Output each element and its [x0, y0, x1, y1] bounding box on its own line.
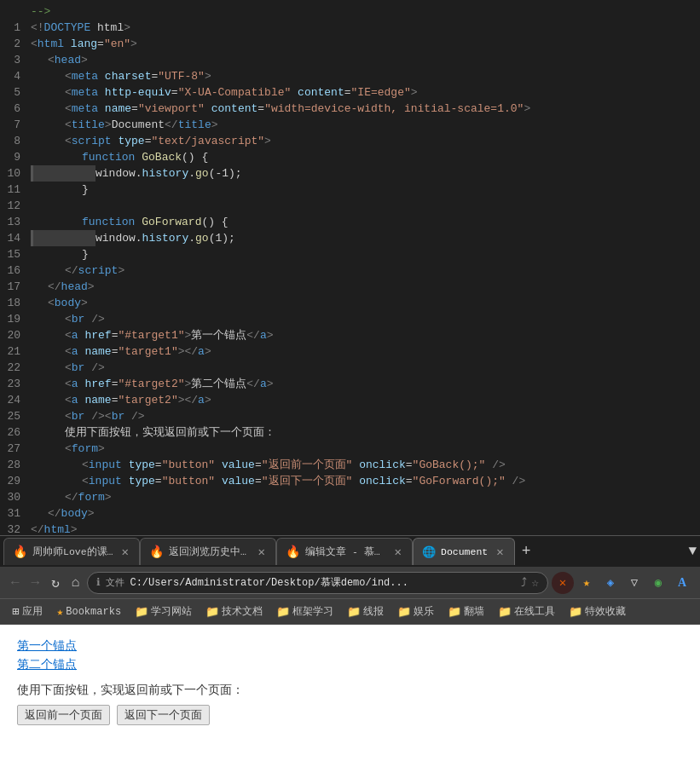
apps-grid-icon: ⊞ [12, 604, 19, 619]
code-line: 13 function GoForward() { [0, 214, 700, 230]
folder-icon: 📁 [276, 605, 290, 619]
code-line: 8 <script type="text/javascript"> [0, 133, 700, 149]
tab-label-4: Document [441, 546, 488, 557]
tab-bar: 🔥 周帅师Love的课程 ✕ 🔥 返回浏览历史中的... ✕ 🔥 编辑文章 - … [0, 536, 700, 567]
code-line: 7 <title>Document</title> [0, 117, 700, 133]
tab-close-1[interactable]: ✕ [120, 543, 130, 561]
code-line: 31 </body> [0, 505, 700, 522]
file-label: 文件 [106, 576, 124, 589]
bm-online-tools[interactable]: 📁 在线工具 [493, 603, 560, 620]
address-text: C:/Users/Administrator/Desktop/慕课demo/in… [130, 575, 515, 590]
anchor-link-2[interactable]: 第二个锚点 [17, 657, 683, 672]
address-bar[interactable]: ℹ 文件 C:/Users/Administrator/Desktop/慕课de… [87, 572, 548, 594]
bm-study[interactable]: 📁 学习网站 [130, 603, 197, 620]
tab-label-3: 编辑文章 - 慕课网 [305, 545, 386, 558]
bm-tech-docs[interactable]: 📁 技术文档 [200, 603, 268, 620]
page-buttons: 返回前一个页面 返回下一个页面 [17, 705, 683, 725]
share-icon[interactable]: ⤴ [521, 576, 527, 590]
tab-fire-icon-3: 🔥 [286, 545, 300, 559]
bm-label: 娱乐 [414, 604, 434, 619]
code-line: 2 <html lang="en"> [0, 36, 700, 52]
bm-label: 技术文档 [222, 604, 263, 619]
security-icon: ℹ [96, 576, 101, 589]
code-line: 29 <input type="button" value="返回下一个页面" … [0, 473, 700, 489]
go-forward-button[interactable]: 返回下一个页面 [117, 705, 210, 725]
bm-frameworks[interactable]: 📁 框架学习 [271, 603, 338, 620]
code-line: --> [0, 3, 700, 20]
go-back-button[interactable]: 返回前一个页面 [17, 705, 110, 725]
code-line: 27 <form> [0, 441, 700, 457]
bm-effects[interactable]: 📁 特效收藏 [564, 603, 631, 620]
tab-4[interactable]: 🌐 Document ✕ [413, 538, 515, 565]
code-line: 15 } [0, 246, 700, 262]
browser-chrome: 🔥 周帅师Love的课程 ✕ 🔥 返回浏览历史中的... ✕ 🔥 编辑文章 - … [0, 535, 700, 625]
folder-icon: 📁 [397, 605, 411, 619]
bm-bookmarks[interactable]: ★ Bookmarks [51, 603, 126, 620]
bookmark-icon[interactable]: ★ [576, 572, 598, 594]
code-line: 26 使用下面按钮，实现返回前或下一个页面： [0, 424, 700, 441]
folder-icon: 📁 [135, 605, 148, 619]
back-button[interactable]: ← [7, 572, 24, 594]
tab-close-4[interactable]: ✕ [495, 543, 505, 561]
code-line: 18 <body> [0, 295, 700, 311]
page-instruction: 使用下面按钮，实现返回前或下一个页面： [17, 683, 683, 698]
code-line: 17 </head> [0, 279, 700, 295]
code-line: 25 <br /><br /> [0, 408, 700, 424]
bm-label: 学习网站 [151, 604, 192, 619]
download-icon[interactable]: ▽ [623, 572, 645, 594]
code-line: 30 </form> [0, 489, 700, 505]
folder-icon: 📁 [347, 605, 361, 619]
bm-label: 线报 [363, 604, 384, 619]
tab-2[interactable]: 🔥 返回浏览历史中的... ✕ [140, 538, 276, 565]
bm-news[interactable]: 📁 线报 [342, 603, 389, 620]
code-line: 4 <meta charset="UTF-8"> [0, 68, 700, 84]
bm-vpn[interactable]: 📁 翻墙 [443, 603, 489, 620]
wechat-icon[interactable]: ◉ [647, 572, 669, 594]
minimize-button[interactable]: ▼ [688, 544, 697, 559]
bm-label: 框架学习 [292, 604, 333, 619]
code-line: 10 window.history.go(-1); [0, 165, 700, 182]
refresh-button[interactable]: ↻ [47, 571, 64, 595]
code-line: 9 function GoBack() { [0, 149, 700, 165]
code-line: 3 <head> [0, 52, 700, 68]
tab-label-1: 周帅师Love的课程 [32, 545, 113, 558]
tab-fire-icon-1: 🔥 [13, 545, 27, 559]
folder-icon: 📁 [205, 605, 219, 619]
folder-icon: 📁 [569, 605, 582, 619]
code-line: 1 <!DOCTYPE html> [0, 20, 700, 36]
star-icon: ★ [56, 605, 63, 619]
apps-label: 应用 [22, 604, 43, 619]
new-tab-button[interactable]: + [515, 543, 538, 560]
folder-icon: 📁 [448, 605, 461, 619]
code-line: 12 [0, 198, 700, 214]
translate-icon[interactable]: A [671, 572, 693, 594]
star-icon[interactable]: ☆ [532, 575, 539, 590]
bm-label: 翻墙 [464, 604, 484, 619]
code-line: 23 <a href="#target2">第二个锚点</a> [0, 376, 700, 392]
page-content: 第一个锚点 第二个锚点 使用下面按钮，实现返回前或下一个页面： 返回前一个页面 … [0, 625, 700, 767]
code-line: 6 <meta name="viewport" content="width=d… [0, 101, 700, 117]
tab-close-3[interactable]: ✕ [393, 543, 403, 561]
sync-icon[interactable]: ◈ [599, 572, 622, 594]
code-line: 19 <br /> [0, 311, 700, 327]
code-line: 5 <meta http-equiv="X-UA-Compatible" con… [0, 84, 700, 101]
tab-3[interactable]: 🔥 编辑文章 - 慕课网 ✕ [276, 538, 413, 565]
forward-button[interactable]: → [27, 572, 44, 594]
code-line: 24 <a name="target2"></a> [0, 392, 700, 408]
block-icon[interactable]: ✕ [552, 572, 574, 594]
bm-entertainment[interactable]: 📁 娱乐 [392, 603, 439, 620]
folder-icon: 📁 [498, 605, 512, 619]
bm-label: 在线工具 [514, 604, 555, 619]
bookmarks-bar: ⊞ 应用 ★ Bookmarks 📁 学习网站 📁 技术文档 📁 框架学习 📁 … [0, 599, 700, 625]
code-line: 28 <input type="button" value="返回前一个页面" … [0, 457, 700, 473]
tab-close-2[interactable]: ✕ [257, 543, 267, 561]
tab-label-2: 返回浏览历史中的... [169, 545, 250, 558]
anchor-link-1[interactable]: 第一个锚点 [17, 638, 683, 654]
apps-button[interactable]: ⊞ 应用 [7, 603, 48, 620]
tab-1[interactable]: 🔥 周帅师Love的课程 ✕ [3, 538, 140, 565]
code-line: 32 </html> [0, 522, 700, 535]
nav-icons: ✕ ★ ◈ ▽ ◉ A [552, 572, 693, 594]
home-button[interactable]: ⌂ [67, 572, 84, 594]
code-line: 20 <a href="#target1">第一个锚点</a> [0, 327, 700, 343]
code-line: 14 window.history.go(1); [0, 230, 700, 246]
